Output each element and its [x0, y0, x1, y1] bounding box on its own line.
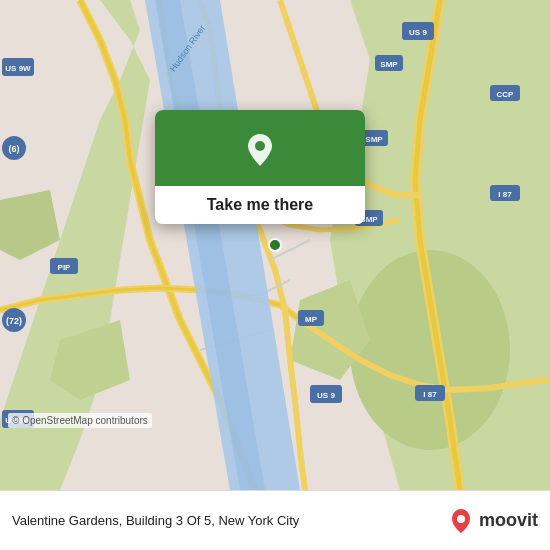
moovit-text: moovit: [479, 510, 538, 531]
svg-text:SMP: SMP: [365, 135, 383, 144]
svg-text:US 9W: US 9W: [5, 64, 31, 73]
svg-text:US 9: US 9: [317, 391, 335, 400]
svg-text:SMP: SMP: [380, 60, 398, 69]
svg-text:I 87: I 87: [498, 190, 512, 199]
moovit-icon: [447, 507, 475, 535]
svg-text:PIP: PIP: [58, 263, 72, 272]
bottom-bar: Valentine Gardens, Building 3 Of 5, New …: [0, 490, 550, 550]
svg-text:US 9: US 9: [409, 28, 427, 37]
moovit-logo: moovit: [447, 507, 538, 535]
popup-green-area: [155, 110, 365, 186]
svg-text:(72): (72): [6, 316, 22, 326]
svg-point-41: [269, 239, 281, 251]
copyright-text: © OpenStreetMap contributors: [8, 413, 152, 428]
svg-text:(6): (6): [9, 144, 20, 154]
svg-text:MP: MP: [305, 315, 318, 324]
svg-point-44: [457, 515, 465, 523]
location-title: Valentine Gardens, Building 3 Of 5, New …: [12, 513, 439, 528]
svg-text:CCP: CCP: [497, 90, 515, 99]
take-me-there-button[interactable]: Take me there: [155, 186, 365, 224]
popup-card: Take me there: [155, 110, 365, 224]
location-pin-icon: [238, 128, 282, 172]
svg-text:I 87: I 87: [423, 390, 437, 399]
map-container: US 9W (6) US 9 SMP SMP SMP CCP I 87 US 9…: [0, 0, 550, 490]
svg-point-43: [255, 141, 265, 151]
